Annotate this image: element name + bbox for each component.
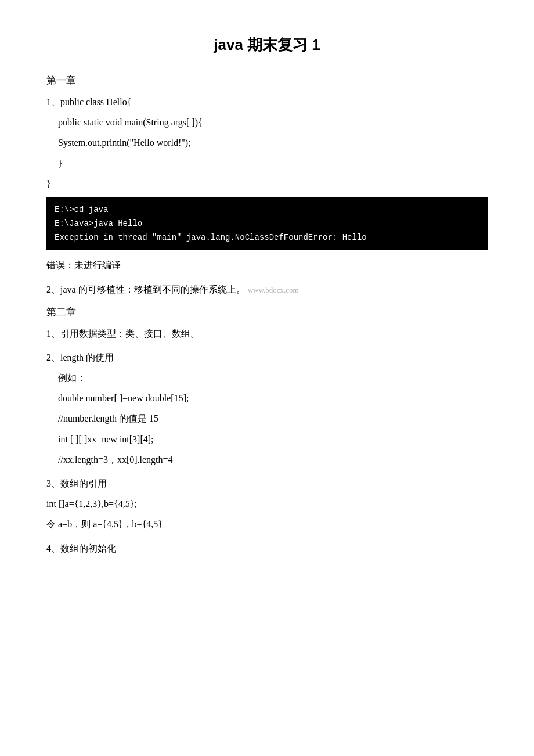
chapter1-item2-text: 2、java 的可移植性：移植到不同的操作系统上。 — [46, 285, 246, 294]
page-title: java 期末复习 1 — [46, 35, 488, 55]
chapter2-heading: 第二章 — [46, 305, 488, 319]
chapter2-item3-line2: 令 a=b，则 a={4,5}，b={4,5} — [46, 516, 488, 532]
chapter1-item1-line1: public static void main(String args[ ]){ — [46, 114, 488, 130]
chapter2-example-label: 例如： — [46, 370, 488, 386]
chapter1-item2: 2、java 的可移植性：移植到不同的操作系统上。 www.bdocx.com — [46, 282, 488, 297]
terminal-line2: E:\Java>java Hello — [55, 219, 142, 228]
chapter1-heading: 第一章 — [46, 74, 488, 87]
chapter1-item1-line4: } — [46, 176, 488, 192]
chapter2-line3: int [ ][ ]xx=new int[3][4]; — [46, 431, 488, 447]
chapter2-item3-label: 3、数组的引用 — [46, 476, 488, 491]
chapter2-item2-label: 2、length 的使用 — [46, 350, 488, 365]
chapter2-line4: //xx.length=3，xx[0].length=4 — [46, 452, 488, 467]
chapter2-item4-label: 4、数组的初始化 — [46, 541, 488, 556]
chapter2-line2: //number.length 的值是 15 — [46, 411, 488, 426]
chapter2-line1: double number[ ]=new double[15]; — [46, 390, 488, 406]
chapter1-item1-line2: System.out.println("Hello world!"); — [46, 135, 488, 150]
terminal-block: E:\>cd java E:\Java>java Hello Exception… — [46, 197, 488, 250]
chapter1-item1-line3: } — [46, 156, 488, 171]
terminal-line1: E:\>cd java — [55, 205, 108, 214]
chapter1-item1-label: 1、public class Hello{ — [46, 94, 488, 110]
watermark-inline: www.bdocx.com — [248, 286, 299, 294]
chapter2-item3-line1: int []a={1,2,3},b={4,5}; — [46, 496, 488, 512]
chapter2-item1: 1、引用数据类型：类、接口、数组。 — [46, 326, 488, 341]
terminal-line3: Exception in thread "main" java.lang.NoC… — [55, 233, 367, 242]
error-note: 错误：未进行编译 — [46, 257, 488, 273]
